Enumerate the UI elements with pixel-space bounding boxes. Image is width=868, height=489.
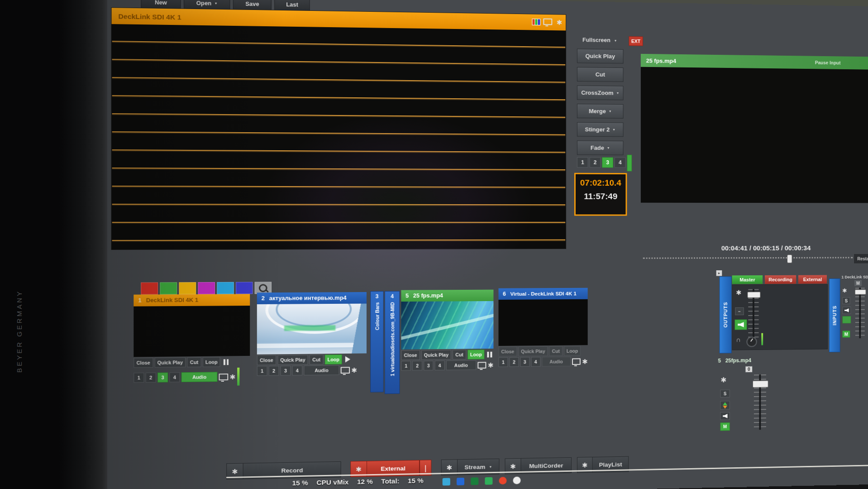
overlay-3-button[interactable]: 3 xyxy=(424,361,434,371)
taskbar-icon[interactable] xyxy=(443,478,450,486)
swatch-blue[interactable] xyxy=(236,282,253,294)
quickplay-button[interactable]: Quick Play xyxy=(421,350,451,360)
overlay-4-button[interactable]: 4 xyxy=(292,365,303,375)
display-icon[interactable] xyxy=(572,358,581,365)
gear-icon[interactable]: ✱ xyxy=(351,367,357,374)
overlay-2-button[interactable]: 2 xyxy=(269,366,279,376)
swatch-orange[interactable] xyxy=(179,282,196,294)
taskbar-icon[interactable] xyxy=(499,477,506,484)
transition-crosszoom-button[interactable]: CrossZoom▼ xyxy=(577,86,624,101)
channel-fader[interactable] xyxy=(754,374,766,430)
gear-icon[interactable]: ✱ xyxy=(229,373,235,380)
overlay-2-button[interactable]: 2 xyxy=(412,361,422,371)
position-4-button[interactable]: 4 xyxy=(615,157,626,168)
input-6-titlebar[interactable]: 6 Virtual - DeckLink SDI 4K 1 xyxy=(498,288,587,300)
overlay-1-button[interactable]: 1 xyxy=(401,361,411,371)
ext-output-button[interactable]: EXT xyxy=(629,36,643,46)
swatch-red[interactable] xyxy=(141,283,158,295)
mute-badge[interactable]: M xyxy=(854,280,862,286)
solo-button[interactable]: S xyxy=(842,297,850,304)
mute-button[interactable]: M xyxy=(842,331,850,337)
chevron-down-icon[interactable]: ▼ xyxy=(609,110,612,113)
overlay-1-button[interactable]: 1 xyxy=(257,366,267,376)
swatch-cyan[interactable] xyxy=(217,282,234,294)
transition-stinger2-button[interactable]: Stinger 2▼ xyxy=(577,122,624,137)
audio-button[interactable]: Audio xyxy=(181,372,218,382)
loop-button[interactable]: Loop xyxy=(564,346,581,356)
audio-button[interactable]: Audio xyxy=(542,357,571,367)
close-button[interactable]: Close xyxy=(257,355,276,365)
taskbar-icon[interactable] xyxy=(471,477,478,485)
scrubber-playhead[interactable] xyxy=(787,254,792,263)
input-4-panel-collapsed[interactable]: 4 1 virtualstudiosets.com_9B-MID xyxy=(385,291,400,394)
transition-quickplay-button[interactable]: Quick Play xyxy=(577,48,624,63)
master-mute-button[interactable] xyxy=(734,319,747,330)
pause-icon[interactable] xyxy=(224,359,229,365)
gear-icon[interactable]: ✱ xyxy=(582,358,587,365)
overlay-2-button[interactable]: 2 xyxy=(509,357,519,367)
display-icon[interactable] xyxy=(543,19,552,25)
master-channel-header[interactable]: Master xyxy=(732,275,763,284)
minus-button[interactable]: − xyxy=(735,307,744,315)
gear-icon[interactable]: ✱ xyxy=(736,289,741,296)
overlay-4-button[interactable]: 4 xyxy=(531,357,540,367)
bus-button[interactable] xyxy=(842,316,851,323)
bus-routing-button[interactable] xyxy=(720,401,730,409)
input-5-thumbnail[interactable] xyxy=(401,301,493,350)
master-fader[interactable] xyxy=(748,289,758,340)
overlay-1-button[interactable]: 1 xyxy=(134,373,144,383)
channel-fader-knob[interactable] xyxy=(753,380,768,388)
gear-icon[interactable]: ✱ xyxy=(720,377,726,384)
chevron-down-icon[interactable]: ▼ xyxy=(489,465,492,468)
chevron-down-icon[interactable]: ▼ xyxy=(607,146,610,149)
inputs-tab[interactable]: INPUTS xyxy=(829,278,840,352)
input-6-thumbnail[interactable] xyxy=(498,299,587,346)
loop-button[interactable]: Loop xyxy=(203,357,220,367)
gear-icon[interactable]: ✱ xyxy=(557,19,562,26)
audio-button[interactable]: Audio xyxy=(446,360,476,370)
recording-channel-header[interactable]: Recording xyxy=(765,275,796,284)
close-button[interactable]: Close xyxy=(401,350,420,360)
speaker-button[interactable] xyxy=(842,307,851,314)
gain-badge[interactable]: 0 xyxy=(745,366,753,372)
outputs-tab[interactable]: OUTPUTS xyxy=(719,276,731,353)
close-button[interactable]: Close xyxy=(498,347,517,357)
overlay-4-button[interactable]: 4 xyxy=(169,372,180,382)
scrubber-track[interactable] xyxy=(643,257,853,259)
swatch-green[interactable] xyxy=(160,282,177,294)
chevron-down-icon[interactable]: ▼ xyxy=(612,128,615,131)
channel-fader-knob[interactable] xyxy=(855,289,866,294)
input-2-titlebar[interactable]: 2 актуальное интервью.mp4 xyxy=(257,292,367,304)
gear-icon[interactable]: ✱ xyxy=(842,288,847,293)
channel-fader[interactable] xyxy=(855,288,865,338)
chevron-down-icon[interactable]: ▼ xyxy=(614,39,617,42)
headphone-volume-dial[interactable] xyxy=(746,336,757,347)
input-1-thumbnail[interactable] xyxy=(134,306,250,357)
play-icon[interactable] xyxy=(345,356,350,363)
solo-button[interactable]: S xyxy=(720,389,730,397)
taskbar-icon[interactable] xyxy=(513,477,521,484)
quickplay-button[interactable]: Quick Play xyxy=(154,357,186,368)
input-2-thumbnail[interactable] xyxy=(257,304,367,355)
taskbar-icon[interactable] xyxy=(485,477,492,485)
chevron-down-icon[interactable]: ▼ xyxy=(616,91,619,95)
loop-button[interactable]: Loop xyxy=(467,350,485,360)
t-bar-handle[interactable] xyxy=(627,155,632,172)
cut-button[interactable]: Cut xyxy=(187,357,201,367)
mute-button[interactable]: M xyxy=(720,422,730,431)
overlay-3-button[interactable]: 3 xyxy=(281,366,291,376)
pause-icon[interactable] xyxy=(487,351,492,357)
overlay-3-button[interactable]: 3 xyxy=(520,357,529,367)
position-2-button[interactable]: 2 xyxy=(590,157,601,168)
restart-button[interactable]: Restart xyxy=(854,254,868,264)
cut-button[interactable]: Cut xyxy=(310,355,323,364)
overlay-4-button[interactable]: 4 xyxy=(435,360,445,370)
overlay-2-button[interactable]: 2 xyxy=(146,373,156,383)
position-3-button[interactable]: 3 xyxy=(602,157,613,168)
transition-merge-button[interactable]: Merge▼ xyxy=(577,104,624,119)
cut-button[interactable]: Cut xyxy=(549,346,563,356)
audio-button[interactable]: Audio xyxy=(304,365,339,376)
taskbar-icon[interactable] xyxy=(457,478,464,485)
display-icon[interactable] xyxy=(477,362,486,369)
loop-button[interactable]: Loop xyxy=(324,355,342,364)
